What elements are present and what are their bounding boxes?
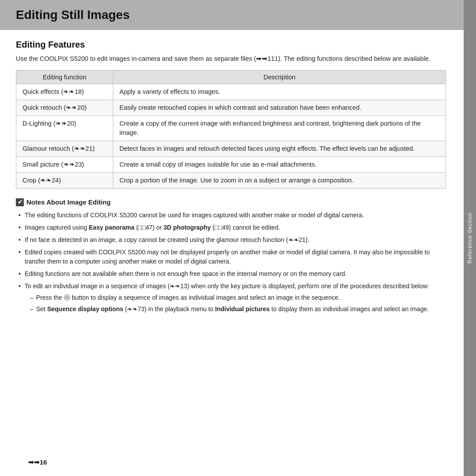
sub-list: Press the ⓞ button to display a sequence… — [25, 293, 446, 314]
table-cell-function: Crop (❧❧24) — [16, 172, 113, 188]
check-icon: ✔ — [16, 198, 24, 206]
list-item: If no face is detected in an image, a co… — [18, 235, 446, 245]
list-item: To edit an individual image in a sequenc… — [18, 282, 446, 314]
table-row: Quick retouch (❧❧20)Easily create retouc… — [16, 100, 446, 115]
table-row: D-Lighting (❧❧20)Create a copy of the cu… — [16, 115, 446, 141]
page-title: Editing Still Images — [16, 8, 446, 22]
table-cell-description: Easily create retouched copies in which … — [113, 100, 446, 115]
editing-table: Editing function Description Quick effec… — [16, 70, 446, 189]
sub-list-item: Press the ⓞ button to display a sequence… — [30, 293, 446, 302]
page-number: ➡➡16 — [28, 458, 47, 466]
table-cell-function: Quick effects (❧❧18) — [16, 84, 113, 100]
table-col2-header: Description — [113, 70, 446, 84]
list-item: Editing functions are not available when… — [18, 269, 446, 279]
main-content: Editing Still Images Editing Features Us… — [0, 0, 464, 476]
table-cell-function: Quick retouch (❧❧20) — [16, 100, 113, 115]
table-row: Crop (❧❧24)Crop a portion of the image. … — [16, 172, 446, 188]
list-item: Edited copies created with COOLPIX S5200… — [18, 248, 446, 266]
table-col1-header: Editing function — [16, 70, 113, 84]
intro-text: Use the COOLPIX S5200 to edit images in-… — [16, 54, 446, 64]
editing-features-section: Editing Features Use the COOLPIX S5200 t… — [16, 40, 446, 189]
table-cell-function: Glamour retouch (❧❧21) — [16, 141, 113, 156]
page-wrapper: Editing Still Images Editing Features Us… — [0, 0, 476, 476]
notes-section: ✔ Notes About Image Editing The editing … — [16, 198, 446, 314]
list-item: The editing functions of COOLPIX S5200 c… — [18, 211, 446, 220]
table-cell-description: Create a small copy of images suitable f… — [113, 156, 446, 172]
table-cell-description: Detect faces in images and retouch detec… — [113, 141, 446, 156]
table-row: Quick effects (❧❧18)Apply a variety of e… — [16, 84, 446, 100]
table-cell-function: Small picture (❧❧23) — [16, 156, 113, 172]
table-cell-description: Crop a portion of the image. Use to zoom… — [113, 172, 446, 188]
sub-list-item: Set Sequence display options (❧❧73) in t… — [30, 305, 446, 314]
table-row: Glamour retouch (❧❧21)Detect faces in im… — [16, 141, 446, 156]
page-header: Editing Still Images — [0, 0, 464, 30]
list-item: Images captured using Easy panorama (□□4… — [18, 223, 446, 232]
table-row: Small picture (❧❧23)Create a small copy … — [16, 156, 446, 172]
notes-title: ✔ Notes About Image Editing — [16, 198, 446, 206]
side-tab: Reference Section — [464, 0, 476, 476]
notes-bullet-list: The editing functions of COOLPIX S5200 c… — [16, 211, 446, 314]
section-title: Editing Features — [16, 40, 446, 50]
table-cell-function: D-Lighting (❧❧20) — [16, 115, 113, 141]
side-tab-text: Reference Section — [467, 212, 473, 264]
table-cell-description: Apply a variety of effects to images. — [113, 84, 446, 100]
notes-title-text: Notes About Image Editing — [26, 198, 111, 206]
table-cell-description: Create a copy of the current image with … — [113, 115, 446, 141]
